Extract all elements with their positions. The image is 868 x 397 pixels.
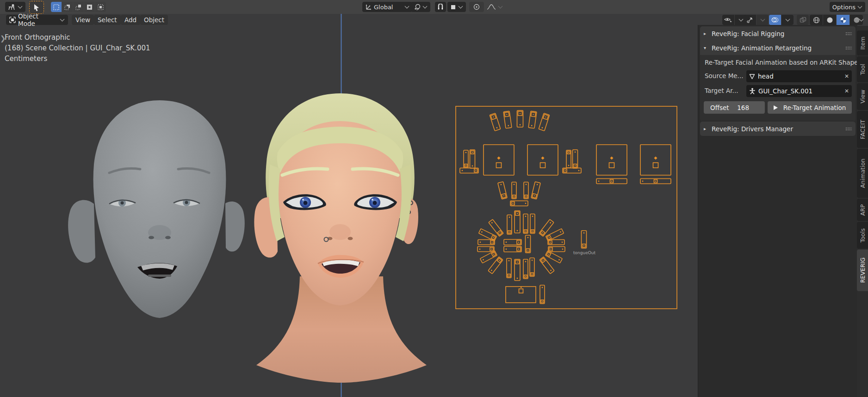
chevron-down-icon xyxy=(18,4,23,9)
editor-type-dropdown[interactable] xyxy=(5,2,25,12)
retarget-button-label: Re-Target Animation xyxy=(783,104,851,111)
topbar: Global xyxy=(0,0,868,14)
expanded-arrow-icon: ▾ xyxy=(704,45,708,50)
source-mesh-value: head xyxy=(758,73,842,80)
view-name-label: Front Orthographic xyxy=(5,32,150,43)
proportional-editing-toggle[interactable] xyxy=(469,2,484,12)
gizmos-dropdown[interactable] xyxy=(744,15,769,25)
material-sphere-icon xyxy=(840,17,847,24)
solid-sphere-icon xyxy=(826,17,833,24)
select-mode-intersect[interactable] xyxy=(95,2,106,12)
collapsed-arrow-icon: ▸ xyxy=(704,126,708,131)
snap-toggle[interactable] xyxy=(435,2,446,12)
target-armature-label: Target Ar... xyxy=(705,87,738,94)
tongue-out-label: tongueOut xyxy=(573,250,595,255)
retarget-animation-button[interactable]: Re-Target Animation xyxy=(768,101,852,114)
panel-facial-rigging-header[interactable]: ▸ ReveRig: Facial Rigging xyxy=(700,26,856,41)
chevron-down-icon xyxy=(756,15,769,25)
chevron-down-icon xyxy=(459,4,463,9)
shading-wireframe-button[interactable] xyxy=(810,15,823,25)
play-icon xyxy=(773,105,778,110)
transform-orientation-dropdown[interactable]: Global xyxy=(362,2,412,12)
viewport-info-overlay: Front Orthographic (168) Scene Collectio… xyxy=(5,32,150,64)
sidebar-region: ▸ ReveRig: Facial Rigging ▾ ReveRig: Ani… xyxy=(698,25,857,397)
orientation-axes-icon xyxy=(365,4,372,11)
viewport-editor-icon xyxy=(8,4,16,11)
panel-drag-grip[interactable] xyxy=(845,32,852,36)
tab-animation[interactable]: Animation xyxy=(857,149,868,198)
eye-cursor-icon xyxy=(722,15,734,25)
tab-view[interactable]: View xyxy=(857,83,868,110)
panel-animation-retargeting-header[interactable]: ▾ ReveRig: Animation Retargeting xyxy=(700,41,856,55)
select-mode-invert[interactable] xyxy=(84,2,95,12)
panel-drag-grip[interactable] xyxy=(845,46,852,50)
select-mode-set[interactable] xyxy=(51,2,62,12)
magnet-icon xyxy=(437,4,444,11)
pivot-icon xyxy=(414,4,421,11)
units-label: Centimeters xyxy=(5,54,150,64)
retarget-description: Re-Target Facial Animation based on ARKi… xyxy=(705,59,858,66)
object-visibility-dropdown[interactable] xyxy=(722,15,747,25)
falloff-curve-icon xyxy=(487,4,496,10)
panel-drag-grip[interactable] xyxy=(845,127,852,131)
pivot-point-dropdown[interactable] xyxy=(411,2,430,12)
options-label: Options xyxy=(832,4,856,11)
chevron-down-icon xyxy=(858,4,862,9)
target-armature-field[interactable]: GUI_Char_SK.001 ✕ xyxy=(746,85,852,97)
menu-select[interactable]: Select xyxy=(94,15,121,25)
clear-source-icon[interactable]: ✕ xyxy=(844,73,849,79)
panel-drivers-manager-label: ReveRig: Drivers Manager xyxy=(712,125,793,133)
xray-toggle[interactable] xyxy=(797,15,809,25)
blender-window: tongueOut xyxy=(0,0,868,397)
proportional-circle-icon xyxy=(473,4,480,10)
active-tool-select-box[interactable] xyxy=(29,1,44,14)
tab-tool[interactable]: Tool xyxy=(857,56,868,82)
shading-dropdown[interactable] xyxy=(855,15,867,25)
options-dropdown[interactable]: Options xyxy=(830,2,865,12)
sidebar-tab-strip: Item Tool View FACEIT Animation ARP Tool… xyxy=(857,26,868,397)
tab-reverig[interactable]: REVERIG xyxy=(857,250,868,291)
target-armature-value: GUI_Char_SK.001 xyxy=(758,87,842,95)
snap-target-icon xyxy=(450,4,456,10)
overlays-dropdown[interactable] xyxy=(769,15,794,25)
snap-target-dropdown[interactable] xyxy=(447,2,466,12)
chevron-down-icon xyxy=(405,4,409,9)
menu-view[interactable]: View xyxy=(72,15,94,25)
offset-number-field[interactable]: Offset 168 xyxy=(704,101,765,114)
tab-item[interactable]: Item xyxy=(857,31,868,55)
chevron-down-icon xyxy=(498,4,503,9)
panel-animation-retargeting-label: ReveRig: Animation Retargeting xyxy=(712,44,812,52)
shading-solid-button[interactable] xyxy=(823,15,836,25)
tab-tools[interactable]: Tools xyxy=(857,222,868,249)
offset-value: 168 xyxy=(737,104,765,111)
collection-object-label: (168) Scene Collection | GUI_Char_SK.001 xyxy=(5,43,150,54)
tab-arp[interactable]: ARP xyxy=(857,199,868,221)
xray-icon xyxy=(800,17,806,23)
chevron-down-icon xyxy=(60,17,65,22)
armature-icon xyxy=(749,88,756,94)
chevron-down-icon xyxy=(859,17,863,22)
tab-faceit[interactable]: FACEIT xyxy=(857,111,868,148)
retargeting-panel-body: Re-Target Facial Animation based on ARKi… xyxy=(700,55,856,121)
menu-add[interactable]: Add xyxy=(121,15,140,25)
select-mode-group xyxy=(51,2,106,12)
source-mesh-field[interactable]: head ✕ xyxy=(746,70,852,82)
gizmo-icon xyxy=(744,15,756,25)
mode-dropdown[interactable]: Object Mode xyxy=(6,15,68,25)
panel-drivers-manager-header[interactable]: ▸ ReveRig: Drivers Manager xyxy=(700,122,856,136)
proportional-falloff-dropdown[interactable] xyxy=(484,2,506,12)
source-mesh-label: Source Me... xyxy=(705,72,744,79)
wireframe-sphere-icon xyxy=(813,17,820,24)
overlays-icon xyxy=(769,15,781,25)
shading-material-preview-button[interactable] xyxy=(837,15,849,25)
menu-object[interactable]: Object xyxy=(140,15,168,25)
orientation-label: Global xyxy=(374,4,403,11)
object-mode-icon xyxy=(9,17,16,23)
panel-facial-rigging-label: ReveRig: Facial Rigging xyxy=(712,30,784,37)
clear-target-icon[interactable]: ✕ xyxy=(844,88,849,94)
mode-label: Object Mode xyxy=(18,12,57,27)
select-mode-extend[interactable] xyxy=(62,2,73,12)
offset-label: Offset xyxy=(704,104,729,111)
select-mode-subtract[interactable] xyxy=(73,2,84,12)
toolbar-expand-chevron[interactable]: ❯ xyxy=(0,34,6,43)
